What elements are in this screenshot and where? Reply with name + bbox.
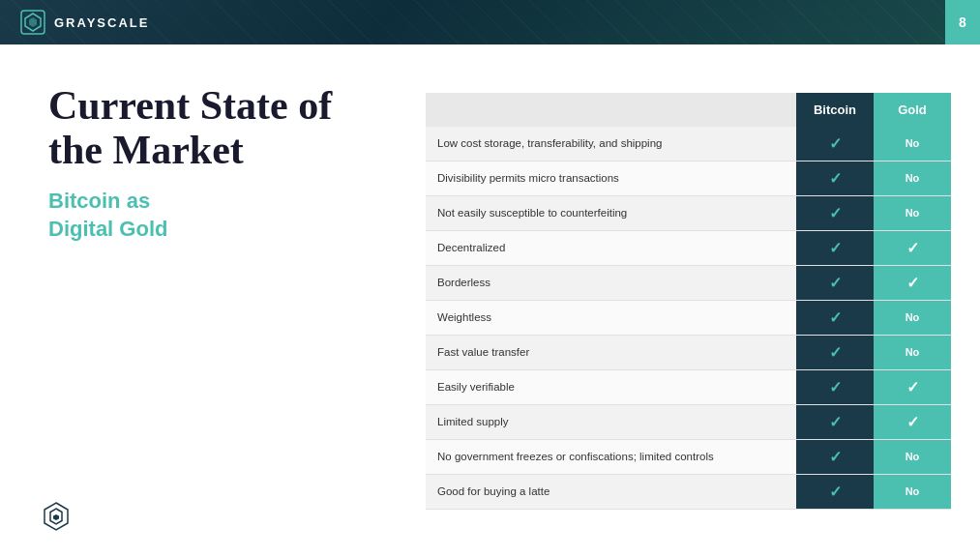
row-label: Good for buying a latte xyxy=(426,474,796,509)
row-gold-value: No xyxy=(874,161,951,195)
checkmark-icon: ✓ xyxy=(829,448,842,466)
page-number: 8 xyxy=(945,0,980,44)
row-label: Fast value transfer xyxy=(426,335,796,369)
left-panel: Current State of the Market Bitcoin as D… xyxy=(0,44,416,557)
checkmark-icon: ✓ xyxy=(829,378,842,396)
main-content: Current State of the Market Bitcoin as D… xyxy=(0,44,980,557)
checkmark-icon: ✓ xyxy=(829,343,842,362)
subtitle-line1: Bitcoin as xyxy=(48,189,150,213)
right-panel: Bitcoin Gold Low cost storage, transfera… xyxy=(416,44,980,557)
col-header-empty xyxy=(426,93,796,127)
table-row: Limited supply✓✓ xyxy=(426,404,951,439)
row-bitcoin-value: ✓ xyxy=(796,127,874,161)
table-row: Good for buying a latte✓No xyxy=(426,474,951,509)
checkmark-icon: ✓ xyxy=(829,413,842,431)
logo: GRAYSCALE xyxy=(19,9,149,36)
subtitle: Bitcoin as Digital Gold xyxy=(48,188,377,243)
row-label: Weightless xyxy=(426,300,796,335)
table-row: Fast value transfer✓No xyxy=(426,335,951,369)
row-bitcoin-value: ✓ xyxy=(796,439,874,474)
row-label: Limited supply xyxy=(426,404,796,439)
checkmark-icon: ✓ xyxy=(906,378,919,396)
table-row: Easily verifiable✓✓ xyxy=(426,369,951,404)
checkmark-icon: ✓ xyxy=(906,239,919,257)
row-label: No government freezes or confiscations; … xyxy=(426,439,796,474)
table-row: No government freezes or confiscations; … xyxy=(426,439,951,474)
table-row: Decentralized✓✓ xyxy=(426,230,951,265)
checkmark-icon: ✓ xyxy=(906,274,919,292)
checkmark-icon: ✓ xyxy=(906,413,919,431)
checkmark-icon: ✓ xyxy=(829,308,842,327)
row-bitcoin-value: ✓ xyxy=(796,300,874,335)
table-row: Borderless✓✓ xyxy=(426,265,951,300)
row-label: Borderless xyxy=(426,265,796,300)
table-row: Not easily susceptible to counterfeiting… xyxy=(426,195,951,230)
checkmark-icon: ✓ xyxy=(829,483,842,501)
grayscale-logo-icon xyxy=(19,9,46,36)
checkmark-icon: ✓ xyxy=(829,239,842,257)
checkmark-icon: ✓ xyxy=(829,274,842,292)
row-bitcoin-value: ✓ xyxy=(796,404,874,439)
header: GRAYSCALE 8 xyxy=(0,0,980,44)
row-gold-value: No xyxy=(874,474,951,509)
row-gold-value: No xyxy=(874,127,951,161)
row-bitcoin-value: ✓ xyxy=(796,335,874,369)
row-bitcoin-value: ✓ xyxy=(796,369,874,404)
row-gold-value: ✓ xyxy=(874,404,951,439)
row-bitcoin-value: ✓ xyxy=(796,230,874,265)
bottom-logo xyxy=(39,499,74,538)
subtitle-line2: Digital Gold xyxy=(48,217,167,241)
table-row: Weightless✓No xyxy=(426,300,951,335)
table-row: Divisibility permits micro transactions✓… xyxy=(426,161,951,195)
row-bitcoin-value: ✓ xyxy=(796,265,874,300)
row-label: Divisibility permits micro transactions xyxy=(426,161,796,195)
row-gold-value: ✓ xyxy=(874,369,951,404)
comparison-table: Bitcoin Gold Low cost storage, transfera… xyxy=(426,93,951,510)
main-title: Current State of the Market xyxy=(48,83,377,172)
checkmark-icon: ✓ xyxy=(829,169,842,188)
row-gold-value: No xyxy=(874,335,951,369)
logo-text: GRAYSCALE xyxy=(54,15,149,30)
col-header-bitcoin: Bitcoin xyxy=(796,93,874,127)
table-row: Low cost storage, transferability, and s… xyxy=(426,127,951,161)
row-gold-value: No xyxy=(874,195,951,230)
grayscale-bottom-logo-icon xyxy=(39,499,74,534)
row-bitcoin-value: ✓ xyxy=(796,474,874,509)
svg-marker-5 xyxy=(53,514,59,520)
row-gold-value: ✓ xyxy=(874,230,951,265)
row-gold-value: No xyxy=(874,300,951,335)
row-gold-value: ✓ xyxy=(874,265,951,300)
col-header-gold: Gold xyxy=(874,93,951,127)
row-bitcoin-value: ✓ xyxy=(796,161,874,195)
row-bitcoin-value: ✓ xyxy=(796,195,874,230)
row-label: Easily verifiable xyxy=(426,369,796,404)
row-gold-value: No xyxy=(874,439,951,474)
row-label: Low cost storage, transferability, and s… xyxy=(426,127,796,161)
row-label: Not easily susceptible to counterfeiting xyxy=(426,195,796,230)
svg-marker-2 xyxy=(29,17,37,27)
checkmark-icon: ✓ xyxy=(829,134,842,153)
row-label: Decentralized xyxy=(426,230,796,265)
checkmark-icon: ✓ xyxy=(829,204,842,222)
